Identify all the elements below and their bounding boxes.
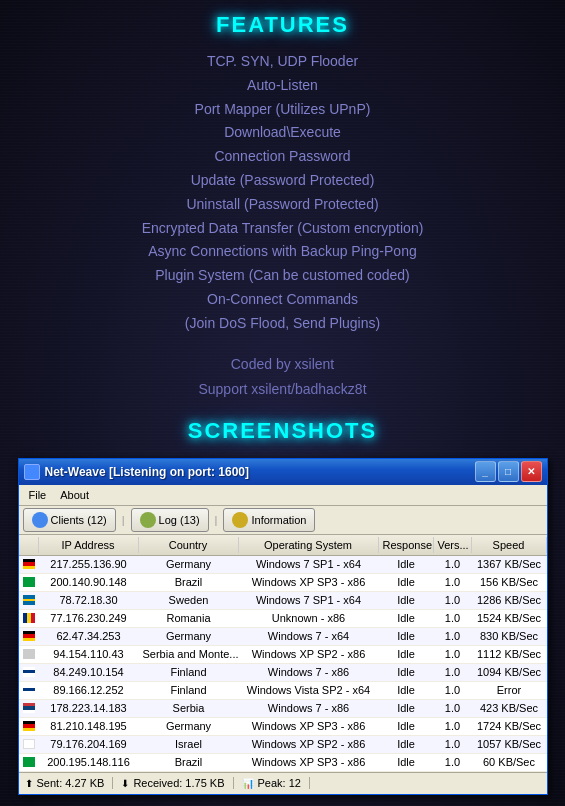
tab-information[interactable]: Information bbox=[223, 508, 315, 532]
cell-speed: 1367 KB/Sec bbox=[472, 557, 547, 571]
cell-response: Idle bbox=[379, 629, 434, 643]
th-flag bbox=[19, 537, 39, 553]
cell-response: Idle bbox=[379, 737, 434, 751]
menubar: File About bbox=[19, 485, 547, 506]
log-icon bbox=[140, 512, 156, 528]
cell-speed: 1094 KB/Sec bbox=[472, 665, 547, 679]
table-row[interactable]: 78.72.18.30 Sweden Windows 7 SP1 - x64 I… bbox=[19, 592, 547, 610]
feature-item: Download\Execute bbox=[0, 121, 565, 145]
table-row[interactable]: 217.255.136.90 Germany Windows 7 SP1 - x… bbox=[19, 556, 547, 574]
flag-icon bbox=[23, 703, 35, 713]
cell-country: Finland bbox=[139, 665, 239, 679]
table-body: 217.255.136.90 Germany Windows 7 SP1 - x… bbox=[19, 556, 547, 772]
cell-speed: 1524 KB/Sec bbox=[472, 611, 547, 625]
th-os: Operating System bbox=[239, 537, 379, 553]
sent-icon: ⬆ bbox=[25, 778, 33, 789]
flag-icon bbox=[23, 559, 35, 569]
sent-label: Sent: 4.27 KB bbox=[37, 777, 105, 789]
cell-vers: 1.0 bbox=[434, 701, 472, 715]
cell-os: Windows XP SP3 - x86 bbox=[239, 755, 379, 769]
screenshots-title: SCREENSHOTS bbox=[0, 418, 565, 444]
table-row[interactable]: 178.223.14.183 Serbia Windows 7 - x86 Id… bbox=[19, 700, 547, 718]
cell-flag bbox=[19, 558, 39, 570]
cell-os: Windows 7 - x64 bbox=[239, 629, 379, 643]
tab-clients-label: Clients (12) bbox=[51, 514, 107, 526]
cell-response: Idle bbox=[379, 575, 434, 589]
feature-item: On-Connect Commands bbox=[0, 288, 565, 312]
table-row[interactable]: 84.249.10.154 Finland Windows 7 - x86 Id… bbox=[19, 664, 547, 682]
features-list: TCP. SYN, UDP Flooder Auto-Listen Port M… bbox=[0, 50, 565, 336]
cell-vers: 1.0 bbox=[434, 593, 472, 607]
cell-response: Idle bbox=[379, 557, 434, 571]
flag-icon bbox=[23, 649, 35, 659]
th-speed: Speed bbox=[472, 537, 547, 553]
table-row[interactable]: 94.154.110.43 Serbia and Monte... Window… bbox=[19, 646, 547, 664]
cell-country: Brazil bbox=[139, 575, 239, 589]
table-header: IP Address Country Operating System Resp… bbox=[19, 535, 547, 556]
peak-icon: 📊 bbox=[242, 778, 254, 789]
table-row[interactable]: 200.195.148.116 Brazil Windows XP SP3 - … bbox=[19, 754, 547, 772]
minimize-button[interactable]: _ bbox=[475, 461, 496, 482]
tab-clients[interactable]: Clients (12) bbox=[23, 508, 116, 532]
flag-icon bbox=[23, 595, 35, 605]
cell-flag bbox=[19, 756, 39, 768]
maximize-button[interactable]: □ bbox=[498, 461, 519, 482]
cell-flag bbox=[19, 684, 39, 696]
received-icon: ⬇ bbox=[121, 778, 129, 789]
window-controls[interactable]: _ □ ✕ bbox=[475, 461, 542, 482]
titlebar: Net-Weave [Listening on port: 1600] _ □ … bbox=[19, 459, 547, 485]
th-country: Country bbox=[139, 537, 239, 553]
cell-country: Germany bbox=[139, 719, 239, 733]
cell-response: Idle bbox=[379, 701, 434, 715]
table-row[interactable]: 81.210.148.195 Germany Windows XP SP3 - … bbox=[19, 718, 547, 736]
table-row[interactable]: 77.176.230.249 Romania Unknown - x86 Idl… bbox=[19, 610, 547, 628]
cell-ip: 84.249.10.154 bbox=[39, 665, 139, 679]
cell-ip: 200.140.90.148 bbox=[39, 575, 139, 589]
th-vers: Vers... bbox=[434, 537, 472, 553]
coded-by-line2: Support xsilent/badhackz8t bbox=[0, 377, 565, 402]
cell-ip: 217.255.136.90 bbox=[39, 557, 139, 571]
flag-icon bbox=[23, 685, 35, 695]
close-button[interactable]: ✕ bbox=[521, 461, 542, 482]
cell-flag bbox=[19, 702, 39, 714]
toolbar: Clients (12) | Log (13) | Information bbox=[19, 506, 547, 535]
menu-file[interactable]: File bbox=[23, 487, 53, 503]
cell-speed: 830 KB/Sec bbox=[472, 629, 547, 643]
cell-os: Windows XP SP2 - x86 bbox=[239, 647, 379, 661]
cell-response: Idle bbox=[379, 755, 434, 769]
table-row[interactable]: 200.140.90.148 Brazil Windows XP SP3 - x… bbox=[19, 574, 547, 592]
cell-speed: Error bbox=[472, 683, 547, 697]
cell-vers: 1.0 bbox=[434, 755, 472, 769]
flag-icon bbox=[23, 613, 35, 623]
flag-icon bbox=[23, 721, 35, 731]
table-row[interactable]: 79.176.204.169 Israel Windows XP SP2 - x… bbox=[19, 736, 547, 754]
cell-os: Windows XP SP3 - x86 bbox=[239, 719, 379, 733]
application-window: Net-Weave [Listening on port: 1600] _ □ … bbox=[18, 458, 548, 795]
cell-country: Brazil bbox=[139, 755, 239, 769]
th-response: Response bbox=[379, 537, 434, 553]
cell-vers: 1.0 bbox=[434, 719, 472, 733]
feature-item: Update (Password Protected) bbox=[0, 169, 565, 193]
table-row[interactable]: 89.166.12.252 Finland Windows Vista SP2 … bbox=[19, 682, 547, 700]
clients-icon bbox=[32, 512, 48, 528]
feature-item: TCP. SYN, UDP Flooder bbox=[0, 50, 565, 74]
cell-flag bbox=[19, 576, 39, 588]
cell-vers: 1.0 bbox=[434, 611, 472, 625]
table-row[interactable]: 62.47.34.253 Germany Windows 7 - x64 Idl… bbox=[19, 628, 547, 646]
menu-about[interactable]: About bbox=[54, 487, 95, 503]
cell-flag bbox=[19, 648, 39, 660]
cell-flag bbox=[19, 738, 39, 750]
coded-by-line1: Coded by xsilent bbox=[0, 352, 565, 377]
cell-flag bbox=[19, 630, 39, 642]
title-text: Net-Weave [Listening on port: 1600] bbox=[24, 464, 249, 480]
cell-country: Germany bbox=[139, 557, 239, 571]
info-icon bbox=[232, 512, 248, 528]
statusbar: ⬆ Sent: 4.27 KB ⬇ Received: 1.75 KB 📊 Pe… bbox=[19, 772, 547, 794]
coded-by-section: Coded by xsilent Support xsilent/badhack… bbox=[0, 352, 565, 402]
cell-country: Romania bbox=[139, 611, 239, 625]
tab-log-label: Log (13) bbox=[159, 514, 200, 526]
cell-os: Windows 7 SP1 - x64 bbox=[239, 593, 379, 607]
tab-log[interactable]: Log (13) bbox=[131, 508, 209, 532]
features-title: FEATURES bbox=[0, 12, 565, 38]
received-section: ⬇ Received: 1.75 KB bbox=[113, 777, 233, 789]
